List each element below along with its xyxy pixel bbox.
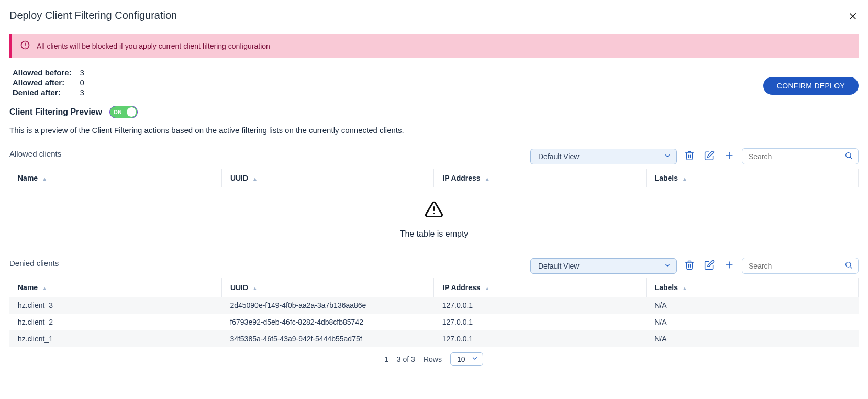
denied-view-label: Default View (538, 262, 579, 270)
warning-triangle-icon (9, 200, 859, 219)
allowed-edit-button[interactable] (702, 148, 717, 164)
col-label: Name (18, 283, 38, 292)
sort-asc-icon: ▲ (485, 285, 490, 291)
pagination-range: 1 – 3 of 3 (385, 355, 415, 363)
sort-asc-icon: ▲ (42, 285, 47, 291)
sort-asc-icon: ▲ (485, 176, 490, 182)
denied-view-select[interactable]: Default View (530, 258, 677, 274)
table-row[interactable]: hz.client_1 34f5385a-46f5-43a9-942f-5444… (9, 330, 859, 347)
preview-description: This is a preview of the Client Filterin… (9, 126, 859, 135)
cell-labels: N/A (646, 297, 858, 314)
denied-table: Name▲ UUID▲ IP Address▲ Labels▲ hz.clien… (9, 278, 859, 347)
col-label: IP Address (442, 283, 480, 292)
sort-asc-icon: ▲ (42, 176, 47, 182)
cell-labels: N/A (646, 314, 858, 330)
allowed-col-uuid[interactable]: UUID▲ (221, 169, 433, 187)
svg-point-7 (846, 153, 851, 158)
modal-title: Deploy Client Filtering Configuration (9, 9, 177, 21)
table-row[interactable]: hz.client_2 f6793e92-d5eb-46fc-8282-4db8… (9, 314, 859, 330)
col-label: Labels (655, 283, 678, 292)
allowed-before-label: Allowed before: (9, 68, 77, 77)
chevron-down-icon (664, 152, 671, 161)
edit-icon (704, 150, 715, 162)
cell-ip: 127.0.0.1 (434, 297, 646, 314)
sort-asc-icon: ▲ (682, 176, 687, 182)
rows-value: 10 (457, 355, 465, 363)
cell-uuid: f6793e92-d5eb-46fc-8282-4db8cfb85742 (221, 314, 433, 330)
col-label: IP Address (442, 174, 480, 182)
allowed-search-input[interactable] (748, 152, 841, 161)
cell-name: hz.client_2 (9, 314, 221, 330)
close-button[interactable] (847, 9, 859, 24)
svg-line-8 (850, 157, 852, 159)
denied-after-label: Denied after: (9, 87, 77, 97)
sort-asc-icon: ▲ (682, 285, 687, 291)
chevron-down-icon (664, 261, 671, 270)
cell-uuid: 2d45090e-f149-4f0b-aa2a-3a7b136aa86e (221, 297, 433, 314)
allowed-table: Name▲ UUID▲ IP Address▲ Labels▲ (9, 169, 859, 187)
svg-point-4 (25, 47, 25, 47)
denied-add-button[interactable] (722, 258, 737, 274)
search-icon (844, 151, 853, 161)
allowed-empty-message: The table is empty (9, 229, 859, 239)
denied-edit-button[interactable] (702, 258, 717, 274)
allowed-after-value: 0 (77, 77, 87, 87)
alert-message: All clients will be blocked if you apply… (37, 42, 270, 50)
allowed-empty-state: The table is empty (9, 187, 859, 248)
svg-line-14 (850, 267, 852, 268)
cell-ip: 127.0.0.1 (434, 314, 646, 330)
allowed-col-ip[interactable]: IP Address▲ (434, 169, 646, 187)
chevron-down-icon (471, 355, 478, 364)
denied-col-name[interactable]: Name▲ (9, 278, 221, 297)
close-icon (848, 9, 858, 24)
plus-icon (724, 260, 735, 272)
plus-icon (724, 150, 735, 162)
sort-asc-icon: ▲ (252, 285, 258, 291)
denied-section-title: Denied clients (9, 259, 59, 268)
cell-ip: 127.0.0.1 (434, 330, 646, 347)
toggle-label: ON (114, 109, 122, 115)
allowed-col-name[interactable]: Name▲ (9, 169, 221, 187)
cell-labels: N/A (646, 330, 858, 347)
toggle-knob (127, 107, 136, 117)
preview-title: Client Filtering Preview (9, 107, 102, 117)
allowed-search-box[interactable] (742, 148, 859, 164)
col-label: UUID (230, 174, 248, 182)
warning-alert: All clients will be blocked if you apply… (9, 34, 859, 58)
rows-per-page-select[interactable]: 10 (450, 352, 484, 366)
search-icon (844, 261, 853, 271)
col-label: Labels (655, 174, 678, 182)
denied-col-labels[interactable]: Labels▲ (646, 278, 858, 297)
denied-pagination: 1 – 3 of 3 Rows 10 (9, 352, 859, 366)
confirm-deploy-button[interactable]: CONFIRM DEPLOY (763, 77, 859, 95)
allowed-view-label: Default View (538, 152, 579, 161)
denied-search-input[interactable] (748, 261, 841, 271)
allowed-delete-button[interactable] (682, 148, 697, 164)
stats-summary: Allowed before: 3 Allowed after: 0 Denie… (9, 68, 87, 97)
edit-icon (704, 260, 715, 272)
denied-search-box[interactable] (742, 258, 859, 274)
cell-name: hz.client_1 (9, 330, 221, 347)
table-row[interactable]: hz.client_3 2d45090e-f149-4f0b-aa2a-3a7b… (9, 297, 859, 314)
denied-col-uuid[interactable]: UUID▲ (221, 278, 433, 297)
allowed-before-value: 3 (77, 68, 87, 77)
col-label: Name (18, 174, 38, 182)
col-label: UUID (230, 283, 248, 292)
preview-toggle[interactable]: ON (109, 106, 138, 118)
svg-point-10 (433, 213, 435, 214)
alert-icon (20, 40, 30, 52)
rows-label: Rows (424, 355, 442, 363)
sort-asc-icon: ▲ (252, 176, 258, 182)
trash-icon (684, 260, 695, 272)
allowed-add-button[interactable] (722, 148, 737, 164)
allowed-after-label: Allowed after: (9, 77, 77, 87)
cell-name: hz.client_3 (9, 297, 221, 314)
allowed-col-labels[interactable]: Labels▲ (646, 169, 858, 187)
allowed-view-select[interactable]: Default View (530, 149, 677, 164)
svg-point-13 (846, 262, 851, 267)
allowed-section-title: Allowed clients (9, 149, 61, 158)
denied-delete-button[interactable] (682, 258, 697, 274)
trash-icon (684, 150, 695, 162)
denied-col-ip[interactable]: IP Address▲ (434, 278, 646, 297)
denied-after-value: 3 (77, 87, 87, 97)
